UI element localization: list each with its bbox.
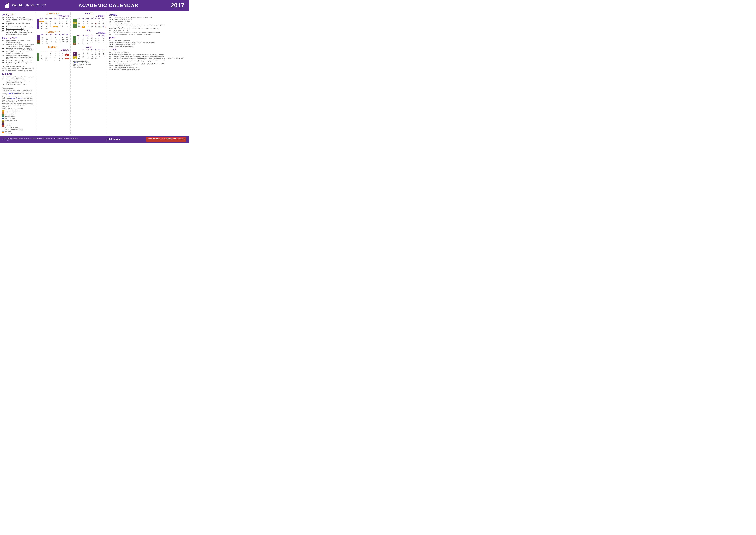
jun-r-event-5: 18 Last date for applications to enrol i… [109, 59, 187, 61]
feb-event-4: 12 Closing date for Internal Transfers f… [2, 51, 34, 54]
feb-event-6: 12 Census Date MD Program Years 1, 3 and… [2, 60, 34, 62]
mar-event-3: 26 Last date to drop a course for Trimes… [2, 80, 34, 84]
legend-t2: Trimester 2 teaching [2, 116, 34, 117]
march-calendar: MARCH TRIMESTER 1TEACHING WEEK montuewed… [37, 46, 69, 61]
january-header: JANUARY [2, 14, 34, 16]
legend-color-exams [2, 123, 4, 125]
feb-wk-empty [37, 39, 40, 40]
legend-color-add [2, 127, 4, 128]
left-events-column: JANUARY 02 Public Holiday – New Year's D… [2, 12, 34, 134]
may-r-event-1: 01 Public Holiday – Labour Day * [109, 40, 187, 42]
apr-r-event-10: 30 Last date to withdraw without failure… [109, 34, 187, 35]
legend-color-t1 [2, 114, 4, 116]
april-cal-title: APRIL [73, 12, 105, 14]
legend-public-holidays: Public holidays [2, 132, 34, 134]
jan-event-2: 16 Doctor of Medicine Year 3 and Year 4 … [2, 19, 34, 22]
svg-rect-1 [6, 4, 7, 8]
legend-color-t2 [2, 116, 4, 117]
jan-teaching-week-label: SUMMER SEMESTERTEACHING WEEK [37, 15, 69, 17]
may-t1-label: TRIMESTER 1TEACHING WEEK [73, 32, 105, 34]
jun-cal-table: montuewedthurfrisatsun 1234 ex 567891011… [73, 49, 105, 59]
jun-r-event-1: 03–17 Examinations (all campuses) [109, 52, 187, 53]
feb-event-2: 12 Last date to apply for Readmission fo… [2, 44, 34, 47]
may-r-event-2: 15 May – 04 Jun 'ExperienceGriffith' Cou… [109, 42, 187, 43]
apr-r-event-2: 10–14 Student vacation (all campuses) [109, 18, 187, 20]
legend-census: Census date [2, 125, 34, 127]
legend-study: Study week [2, 122, 34, 123]
other-calendars: Other Academic Calendars griffith.edu.au… [73, 61, 105, 68]
jan-wk-empty [37, 19, 39, 21]
legend-color-public [2, 132, 4, 134]
apr-wk9: 9 [73, 26, 77, 28]
legend-color-withdraw [2, 129, 4, 130]
jun-vacation: vac [73, 56, 77, 57]
apr-r-event-3: 14 Public Holiday – Good Friday [109, 20, 187, 22]
may-calendar: MAY TRIMESTER 1TEACHING WEEK montuewedth… [73, 29, 105, 44]
mar-event-4: 26 Census Date for Trimester 1, 2017 # [2, 84, 34, 86]
legend-color-summer [2, 110, 4, 112]
feb-event-8: 19 Census Date MD Program Year 2 [2, 66, 34, 68]
jan-event-1: 02 Public Holiday – New Year's Day [2, 17, 34, 18]
apr-wk8: 8 [73, 24, 77, 26]
legend-section: Summer Semester teaching Orientation act… [2, 110, 34, 134]
page-footer: Griffith University acknowledges the peo… [0, 136, 189, 143]
legend-exams: Examinations [2, 123, 34, 125]
feb-event-7: 15 Pure Higher Degree Research programs … [2, 62, 34, 66]
jun-exam: ex [73, 52, 77, 54]
feb-event-9: 20–24 Trimester 1 orientation for commen… [2, 68, 34, 70]
apr-r-event-1: 09 Last date to apply for Readmission af… [109, 17, 187, 18]
feb-wk10: 10 [37, 37, 40, 39]
footer-left-text: Griffith University acknowledges the peo… [3, 138, 79, 141]
legend-add-course: Last date to add a course [2, 127, 34, 128]
may-wk11: 11 [73, 40, 76, 41]
june-right-header: JUNE [109, 48, 187, 51]
logo-text: GriffithUNIVERSITY [12, 3, 46, 7]
apr-t1-label: TRIMESTER 1TEACHING WEEK [73, 15, 105, 17]
may-wk9: 9 [73, 36, 76, 38]
march-cal-title: MARCH [37, 46, 69, 48]
griffith-logo-icon [5, 2, 11, 8]
may-study: sw [73, 43, 76, 44]
jan-event-6: 31 Last day for lodgement of Credit for … [2, 30, 34, 35]
legend-withdraw: Last date to withdraw without failure [2, 129, 34, 130]
apr-cal-table: montuewedthurfrisatsun 6 12 7 3456789 va… [73, 17, 105, 28]
mar-wk4: 4 [37, 58, 39, 60]
legend-t3: Trimester 3 teaching [2, 118, 34, 119]
feb-t1-orient: T1ori [37, 40, 40, 43]
main-content: JANUARY 02 Public Holiday – New Year's D… [0, 11, 189, 135]
apr-r-event-6: 24 Pure higher degree research programs … [109, 26, 187, 28]
feb-event-1: 02 Registrations close for March 2017 GA… [2, 40, 34, 43]
april-right-header: APRIL [109, 14, 187, 16]
svg-rect-0 [5, 5, 6, 8]
legend-vacation: Student vacation period [2, 120, 34, 121]
jun-r-event-8: 19–30 Student vacation (all campuses) [109, 65, 187, 67]
apr-r-event-4: 17 Public Holiday – Easter Monday [109, 22, 187, 24]
notes-section: * Subject to final approval # Final date… [2, 87, 34, 109]
jun-exam2: ex [73, 54, 77, 56]
right-events-column: APRIL 09 Last date to apply for Readmiss… [108, 12, 187, 134]
february-calendar: FEBRUARY montuewedthurfrisatsun 9 12345 … [37, 31, 69, 44]
jun-r-event-10: 28–30 Trimester 2 orientation for commen… [109, 69, 187, 70]
jan-wk6: 6 [37, 22, 39, 24]
january-calendar: JANUARY SUMMER SEMESTERTEACHING WEEK mon… [37, 12, 69, 29]
feb-event-10: 27 Commencement of Trimester 1 (all camp… [2, 70, 34, 71]
june-cal-title: JUNE [73, 46, 105, 48]
jun-r-event-7: 18 Last date for applications requesting… [109, 63, 187, 65]
legend-color-show [2, 130, 4, 132]
march-header: MARCH [2, 73, 34, 76]
mar-event-1: 12 Last date to add a course for Trimest… [2, 76, 34, 78]
february-header: FEBRUARY [2, 37, 34, 39]
mar-cal-table: montuewedthurfrisatsun 1 12345 2 6789101… [37, 51, 69, 61]
jun-empty [73, 51, 77, 52]
legend-t1: Trimester 1 teaching [2, 114, 34, 116]
legend-color-vacation [2, 120, 4, 121]
feb-event-3: 12 Last date for applications to enrol i… [2, 47, 34, 51]
feb-wk1: 1 [37, 43, 40, 44]
svg-rect-2 [7, 4, 8, 8]
may-cal-table: montuewedthurfrisatsun 9 1234567 10 8910… [73, 35, 105, 44]
page-header: GriffithUNIVERSITY ACADEMIC CALENDAR 201… [0, 0, 189, 11]
legend-color-census [2, 125, 4, 127]
may-r-event-4: 29 May – 02 Jun Study Week (all campuses… [109, 45, 187, 47]
jun-r-event-9: 28 Grade publication date for Trimester … [109, 67, 187, 69]
may-wk10: 10 [73, 38, 76, 40]
